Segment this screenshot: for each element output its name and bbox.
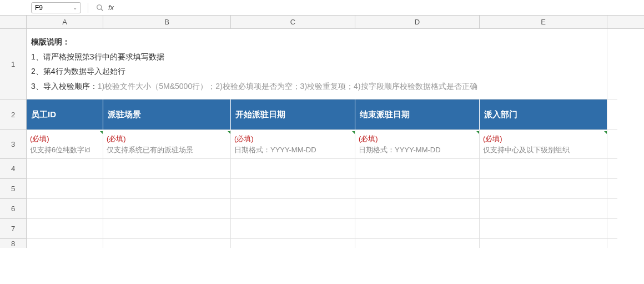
fx-label[interactable]: fx [108, 3, 114, 12]
cell[interactable] [103, 219, 231, 239]
hint-cell-B[interactable]: (必填) 仅支持系统已有的派驻场景 [103, 130, 231, 159]
instructions-line1: 1、请严格按照第3行中的要求填写数据 [31, 49, 602, 64]
cell[interactable] [103, 239, 231, 248]
cell[interactable] [27, 159, 103, 179]
row-header[interactable]: 7 [0, 219, 27, 239]
row-3: 3 (必填) 仅支持6位纯数字id (必填) 仅支持系统已有的派驻场景 (必填)… [0, 130, 644, 159]
header-cell-D[interactable]: 结束派驻日期 [355, 99, 480, 130]
cell[interactable] [103, 159, 231, 179]
formula-input[interactable] [117, 2, 641, 13]
instructions-title: 模版说明： [31, 34, 602, 49]
row-header[interactable]: 6 [0, 199, 27, 219]
hint-cell-D[interactable]: (必填) 日期格式：YYYY-MM-DD [355, 130, 480, 159]
cell[interactable] [480, 219, 607, 239]
cell[interactable] [607, 29, 617, 99]
cell[interactable] [480, 159, 607, 179]
cell[interactable] [103, 179, 231, 199]
cell[interactable] [231, 179, 355, 199]
cell-reference-value: F9 [35, 4, 43, 12]
cell[interactable] [27, 179, 103, 199]
col-header-E[interactable]: E [480, 16, 607, 28]
grid-body: 1 模版说明： 1、请严格按照第3行中的要求填写数据 2、第4行为数据导入起始行… [0, 29, 644, 248]
hint-text: 日期格式：YYYY-MM-DD [234, 145, 351, 156]
cell[interactable] [607, 239, 617, 248]
cell[interactable] [27, 199, 103, 219]
row-header[interactable]: 3 [0, 130, 27, 159]
cell[interactable] [355, 199, 480, 219]
cell[interactable] [607, 99, 617, 130]
required-label: (必填) [30, 133, 99, 145]
row-header[interactable]: 2 [0, 99, 27, 130]
cell[interactable] [607, 219, 617, 239]
row-2: 2 员工ID 派驻场景 开始派驻日期 结束派驻日期 派入部门 [0, 99, 644, 130]
cell[interactable] [355, 239, 480, 248]
cell-comment-indicator-icon [604, 131, 607, 134]
chevron-down-icon: ⌄ [73, 4, 77, 11]
col-header-C[interactable]: C [231, 16, 355, 28]
col-header-F[interactable] [607, 16, 617, 28]
svg-point-0 [97, 4, 102, 9]
cell[interactable] [231, 199, 355, 219]
col-header-B[interactable]: B [103, 16, 231, 28]
cell[interactable] [480, 199, 607, 219]
cell[interactable] [231, 239, 355, 248]
row-7: 7 [0, 219, 644, 239]
hint-text: 仅支持6位纯数字id [30, 145, 99, 156]
row-5: 5 [0, 179, 644, 199]
instructions-cell[interactable]: 模版说明： 1、请严格按照第3行中的要求填写数据 2、第4行为数据导入起始行 3… [27, 29, 607, 99]
row-header[interactable]: 5 [0, 179, 27, 199]
header-cell-E[interactable]: 派入部门 [480, 99, 607, 130]
cell[interactable] [27, 219, 103, 239]
row-header[interactable]: 8 [0, 239, 27, 248]
cell-comment-indicator-icon [228, 131, 230, 134]
cell-reference-selector[interactable]: F9 ⌄ [31, 2, 81, 13]
spreadsheet: A B C D E 1 模版说明： 1、请严格按照第3行中的要求填写数据 2、第… [0, 16, 644, 248]
cell-comment-indicator-icon [476, 131, 479, 134]
cell[interactable] [355, 219, 480, 239]
row-6: 6 [0, 199, 644, 219]
header-cell-A[interactable]: 员工ID [27, 99, 103, 130]
col-header-A[interactable]: A [27, 16, 103, 28]
formula-bar: F9 ⌄ fx [0, 0, 644, 16]
cell[interactable] [355, 179, 480, 199]
header-cell-C[interactable]: 开始派驻日期 [231, 99, 355, 130]
search-icon[interactable] [95, 4, 105, 12]
cell[interactable] [231, 159, 355, 179]
cell[interactable] [607, 199, 617, 219]
cell[interactable] [27, 239, 103, 248]
cell[interactable] [231, 219, 355, 239]
cell[interactable] [607, 159, 617, 179]
hint-text: 日期格式：YYYY-MM-DD [359, 145, 476, 156]
svg-line-1 [101, 8, 103, 11]
required-label: (必填) [483, 133, 603, 145]
cell[interactable] [480, 179, 607, 199]
cell[interactable] [480, 239, 607, 248]
hint-cell-A[interactable]: (必填) 仅支持6位纯数字id [27, 130, 103, 159]
cell[interactable] [607, 179, 617, 199]
required-label: (必填) [359, 133, 476, 145]
divider [88, 3, 88, 13]
hint-cell-C[interactable]: (必填) 日期格式：YYYY-MM-DD [231, 130, 355, 159]
instructions-line2: 2、第4行为数据导入起始行 [31, 64, 602, 79]
cell[interactable] [103, 199, 231, 219]
instructions-line3: 3、导入校验顺序：1)校验文件大小（5M&5000行）；2)校验必填项是否为空；… [31, 79, 602, 94]
required-label: (必填) [107, 133, 227, 145]
row-header[interactable]: 4 [0, 159, 27, 179]
column-headers: A B C D E [0, 16, 644, 29]
required-label: (必填) [234, 133, 351, 145]
cell[interactable] [607, 130, 617, 159]
row-4: 4 [0, 159, 644, 179]
row-8: 8 [0, 239, 644, 248]
header-cell-B[interactable]: 派驻场景 [103, 99, 231, 130]
cell-comment-indicator-icon [352, 131, 355, 134]
hint-text: 仅支持中心及以下级别组织 [483, 145, 603, 156]
hint-text: 仅支持系统已有的派驻场景 [107, 145, 227, 156]
cell-comment-indicator-icon [100, 131, 103, 134]
row-1: 1 模版说明： 1、请严格按照第3行中的要求填写数据 2、第4行为数据导入起始行… [0, 29, 644, 99]
hint-cell-E[interactable]: (必填) 仅支持中心及以下级别组织 [480, 130, 607, 159]
col-header-D[interactable]: D [355, 16, 480, 28]
select-all-corner[interactable] [0, 16, 27, 28]
cell[interactable] [355, 159, 480, 179]
row-header[interactable]: 1 [0, 29, 27, 99]
